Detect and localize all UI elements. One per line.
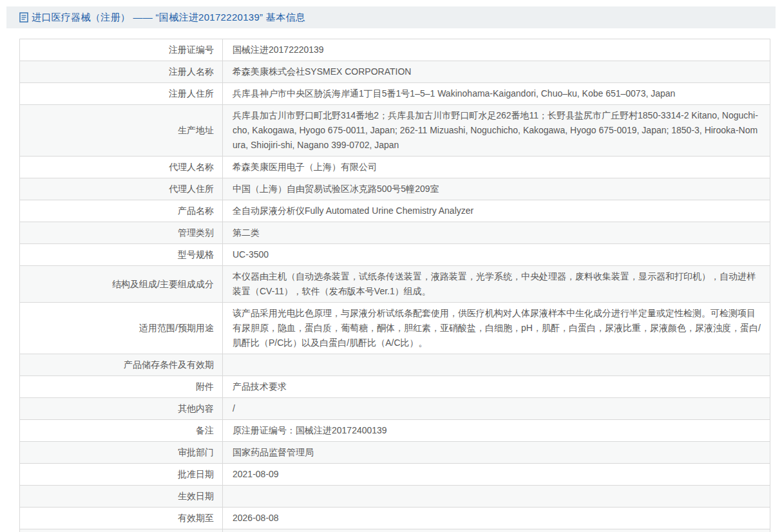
row-label — [20, 529, 223, 532]
row-value: 2026-08-08 — [223, 508, 770, 529]
row-value — [223, 529, 770, 532]
row-label: 代理人住所 — [20, 178, 223, 200]
row-label: 型号规格 — [20, 244, 223, 266]
row-value: 兵库县神户市中央区胁浜海岸通1丁目5番1号1–5–1 Wakinohama-Ka… — [223, 83, 770, 105]
table-row: 生效日期 — [20, 486, 770, 508]
document-icon — [19, 12, 28, 23]
row-label: 其他内容 — [20, 398, 223, 420]
row-label: 审批部门 — [20, 442, 223, 464]
row-value — [223, 354, 770, 376]
row-label: 注册人名称 — [20, 61, 223, 83]
row-label: 有效期至 — [20, 508, 223, 529]
row-value: 希森美康医用电子（上海）有限公司 — [223, 157, 770, 178]
table-row: 产品储存条件及有效期 — [20, 354, 770, 376]
row-value: 第二类 — [223, 222, 770, 244]
table-row: 批准日期 2021-08-09 — [20, 464, 770, 486]
table-row: 结构及组成/主要组成成分 本仪器由主机（自动选条装置，试纸条传送装置，液路装置，… — [20, 266, 770, 303]
table-row: 适用范围/预期用途 该产品采用光电比色原理，与尿液分析试纸条配套使用，供医疗机构… — [20, 303, 770, 354]
row-label: 产品储存条件及有效期 — [20, 354, 223, 376]
row-label: 注册证编号 — [20, 39, 223, 61]
table-row: 注册人名称 希森美康株式会社SYSMEX CORPORATION — [20, 61, 770, 83]
row-label: 批准日期 — [20, 464, 223, 486]
row-value: 国家药品监督管理局 — [223, 442, 770, 464]
table-row — [20, 529, 770, 532]
table-row: 型号规格 UC-3500 — [20, 244, 770, 266]
page-title: 进口医疗器械（注册） —— “国械注进20172220139” 基本信息 — [32, 12, 305, 24]
row-label: 代理人名称 — [20, 157, 223, 178]
row-label: 生效日期 — [20, 486, 223, 508]
row-value: 原注册证编号：国械注进20172400139 — [223, 420, 770, 442]
table-row: 其他内容 / — [20, 398, 770, 420]
row-label: 管理类别 — [20, 222, 223, 244]
row-value: 中国（上海）自由贸易试验区冰克路500号5幢209室 — [223, 178, 770, 200]
table-row: 生产地址 兵库县加古川市野口町北野314番地2；兵库县加古川市野口町水足262番… — [20, 105, 770, 157]
table-row: 代理人名称 希森美康医用电子（上海）有限公司 — [20, 157, 770, 178]
row-value: UC-3500 — [223, 244, 770, 266]
row-label: 结构及组成/主要组成成分 — [20, 266, 223, 303]
row-value: 兵库县加古川市野口町北野314番地2；兵库县加古川市野口町水足262番地11；长… — [223, 105, 770, 157]
table-row: 代理人住所 中国（上海）自由贸易试验区冰克路500号5幢209室 — [20, 178, 770, 200]
table-row: 有效期至 2026-08-08 — [20, 508, 770, 529]
page-header: 进口医疗器械（注册） —— “国械注进20172220139” 基本信息 — [6, 6, 776, 28]
row-value: / — [223, 398, 770, 420]
row-value: 产品技术要求 — [223, 376, 770, 398]
table-row: 产品名称 全自动尿液分析仪Fully Automated Urine Chemi… — [20, 200, 770, 222]
table-row: 注册人住所 兵库县神户市中央区胁浜海岸通1丁目5番1号1–5–1 Wakinoh… — [20, 83, 770, 105]
table-row: 附件 产品技术要求 — [20, 376, 770, 398]
row-value: 全自动尿液分析仪Fully Automated Urine Chemistry … — [223, 200, 770, 222]
row-label: 注册人住所 — [20, 83, 223, 105]
table-row: 注册证编号 国械注进20172220139 — [20, 39, 770, 61]
row-value: 该产品采用光电比色原理，与尿液分析试纸条配套使用，供医疗机构对人体尿液样本中生化… — [223, 303, 770, 354]
registration-info-table: 注册证编号 国械注进20172220139 注册人名称 希森美康株式会社SYSM… — [19, 39, 770, 532]
row-label: 备注 — [20, 420, 223, 442]
table-row: 审批部门 国家药品监督管理局 — [20, 442, 770, 464]
row-label: 适用范围/预期用途 — [20, 303, 223, 354]
row-value — [223, 486, 770, 508]
row-value: 本仪器由主机（自动选条装置，试纸条传送装置，液路装置，光学系统，中央处理器，废料… — [223, 266, 770, 303]
row-value: 希森美康株式会社SYSMEX CORPORATION — [223, 61, 770, 83]
row-label: 产品名称 — [20, 200, 223, 222]
row-value: 国械注进20172220139 — [223, 39, 770, 61]
table-row: 管理类别 第二类 — [20, 222, 770, 244]
row-label: 生产地址 — [20, 105, 223, 157]
registration-detail-page: 进口医疗器械（注册） —— “国械注进20172220139” 基本信息 注册证… — [0, 0, 782, 532]
table-row: 备注 原注册证编号：国械注进20172400139 — [20, 420, 770, 442]
row-label: 附件 — [20, 376, 223, 398]
row-value: 2021-08-09 — [223, 464, 770, 486]
